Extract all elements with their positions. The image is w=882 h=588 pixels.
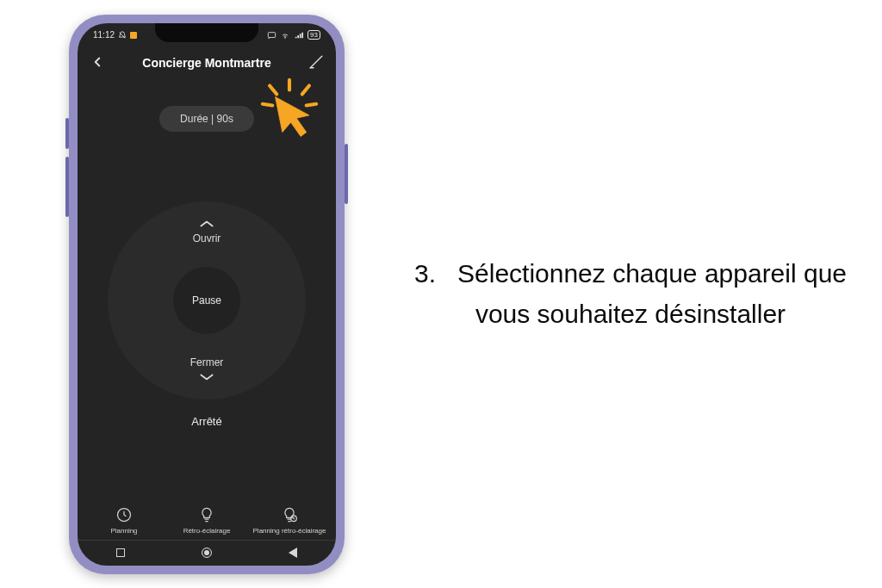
open-label: Ouvrir bbox=[193, 232, 221, 244]
pause-button[interactable]: Pause bbox=[173, 267, 240, 334]
status-indicator bbox=[130, 32, 137, 39]
cast-icon bbox=[267, 31, 276, 40]
instruction-text: 3. Sélectionnez chaque appareil que vous… bbox=[413, 254, 848, 334]
android-back-button[interactable] bbox=[289, 548, 297, 558]
phone-column: 11:12 93 bbox=[0, 0, 413, 588]
chevron-up-icon bbox=[198, 219, 215, 229]
close-button[interactable]: Fermer bbox=[190, 356, 224, 382]
clock-icon bbox=[115, 506, 133, 523]
duration-chip[interactable]: Durée | 90s bbox=[159, 106, 254, 132]
android-recent-button[interactable] bbox=[116, 548, 125, 557]
android-nav-bar bbox=[78, 540, 336, 566]
chip-row: Durée | 90s bbox=[78, 106, 336, 132]
status-bar: 11:12 93 bbox=[78, 23, 336, 47]
instruction-number: 3. bbox=[414, 259, 436, 288]
instruction-column: 3. Sélectionnez chaque appareil que vous… bbox=[413, 254, 882, 334]
status-time: 11:12 bbox=[93, 30, 115, 40]
bulb-icon bbox=[198, 506, 215, 523]
chevron-down-icon bbox=[198, 372, 215, 382]
app-header: Concierge Montmartre bbox=[78, 47, 336, 78]
back-button[interactable] bbox=[90, 54, 105, 73]
svg-rect-0 bbox=[268, 32, 275, 37]
phone-frame: 11:12 93 bbox=[69, 15, 345, 574]
open-button[interactable]: Ouvrir bbox=[193, 219, 221, 244]
instruction-body: Sélectionnez chaque appareil que vous so… bbox=[457, 259, 847, 328]
edit-button[interactable] bbox=[308, 54, 324, 73]
bulb-clock-icon bbox=[281, 506, 298, 523]
signal-icon bbox=[294, 31, 304, 40]
android-home-button[interactable] bbox=[202, 548, 212, 558]
pencil-icon bbox=[308, 54, 324, 70]
svg-point-1 bbox=[285, 37, 286, 38]
close-label: Fermer bbox=[190, 356, 224, 368]
dial-area: Ouvrir Pause Fermer Arrêté bbox=[78, 132, 336, 498]
page-title: Concierge Montmartre bbox=[142, 56, 270, 70]
backlight-button[interactable]: Rétro-éclairage bbox=[165, 506, 247, 535]
chevron-left-icon bbox=[90, 54, 105, 70]
phone-screen: 11:12 93 bbox=[78, 23, 336, 566]
bottom-actions: Planning Rétro-éclairage Planning rétro-… bbox=[78, 498, 336, 540]
wifi-icon bbox=[280, 31, 290, 40]
planning-label: Planning bbox=[110, 527, 137, 535]
control-dial: Ouvrir Pause Fermer bbox=[108, 201, 306, 399]
planning-button[interactable]: Planning bbox=[83, 506, 165, 535]
battery-icon: 93 bbox=[307, 30, 320, 40]
pause-label: Pause bbox=[192, 294, 221, 306]
planning-backlight-label: Planning rétro-éclairage bbox=[253, 527, 326, 535]
bell-off-icon bbox=[118, 31, 127, 40]
backlight-label: Rétro-éclairage bbox=[183, 527, 231, 535]
device-status: Arrêté bbox=[191, 415, 221, 428]
planning-backlight-button[interactable]: Planning rétro-éclairage bbox=[248, 506, 330, 535]
